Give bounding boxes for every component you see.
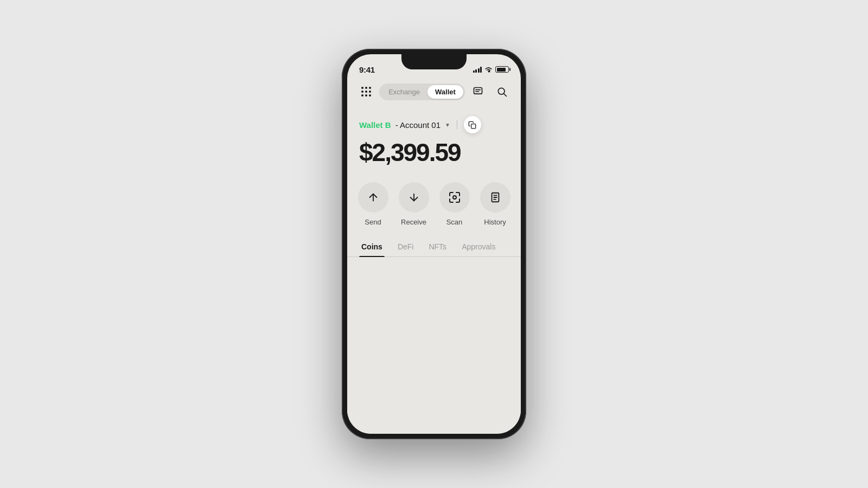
grid-menu-button[interactable]: [357, 82, 375, 101]
tab-switcher: Exchange Wallet: [379, 84, 465, 100]
wallet-tab[interactable]: Wallet: [427, 85, 463, 99]
receive-label: Receive: [401, 218, 426, 226]
separator: [457, 120, 457, 129]
message-icon: [473, 86, 483, 97]
exchange-tab[interactable]: Exchange: [381, 85, 427, 99]
tab-nfts[interactable]: NFTs: [426, 237, 449, 256]
wallet-name: Wallet B: [359, 120, 391, 130]
search-icon: [496, 86, 507, 97]
status-time: 9:41: [359, 65, 375, 74]
history-button[interactable]: [480, 182, 510, 213]
svg-line-4: [504, 94, 507, 97]
history-label: History: [484, 218, 506, 226]
dropdown-chevron-icon: ▼: [445, 122, 450, 128]
copy-icon: [468, 121, 476, 129]
phone-screen: 9:41: [347, 54, 521, 434]
content-area: [347, 257, 521, 434]
history-icon: [489, 191, 501, 203]
scan-button[interactable]: [439, 182, 470, 213]
receive-button[interactable]: [399, 182, 429, 213]
scan-icon: [448, 191, 461, 204]
tab-defi[interactable]: DeFi: [395, 237, 416, 256]
header-right: [469, 82, 511, 101]
scan-label: Scan: [446, 218, 463, 226]
copy-address-button[interactable]: [464, 116, 481, 133]
balance-display: $2,399.59: [359, 140, 509, 165]
signal-icon: [473, 67, 482, 73]
wifi-icon: [484, 67, 493, 73]
account-row: Wallet B - Account 01 ▼: [359, 116, 509, 133]
notch: [401, 54, 467, 69]
search-button[interactable]: [493, 82, 511, 101]
tab-approvals[interactable]: Approvals: [459, 237, 497, 256]
actions-row: Send Receive: [347, 169, 521, 237]
send-label: Send: [365, 218, 381, 226]
account-name: - Account 01: [395, 120, 441, 130]
receive-action[interactable]: Receive: [399, 182, 429, 226]
header: Exchange Wallet: [347, 78, 521, 105]
receive-icon: [408, 191, 420, 203]
tab-coins[interactable]: Coins: [359, 237, 385, 256]
grid-icon: [361, 87, 371, 97]
svg-rect-0: [474, 88, 482, 94]
send-button[interactable]: [358, 182, 388, 213]
svg-point-8: [453, 196, 456, 199]
scan-action[interactable]: Scan: [439, 182, 470, 226]
send-action[interactable]: Send: [358, 182, 388, 226]
bottom-tabs: Coins DeFi NFTs Approvals: [347, 237, 521, 257]
messages-button[interactable]: [469, 82, 487, 101]
phone-wrapper: 9:41: [342, 49, 526, 439]
svg-rect-5: [471, 124, 476, 128]
account-section: Wallet B - Account 01 ▼ $2,399.59: [347, 105, 521, 169]
send-icon: [367, 191, 379, 203]
history-action[interactable]: History: [480, 182, 510, 226]
status-icons: [473, 66, 509, 73]
battery-icon: [495, 66, 509, 73]
